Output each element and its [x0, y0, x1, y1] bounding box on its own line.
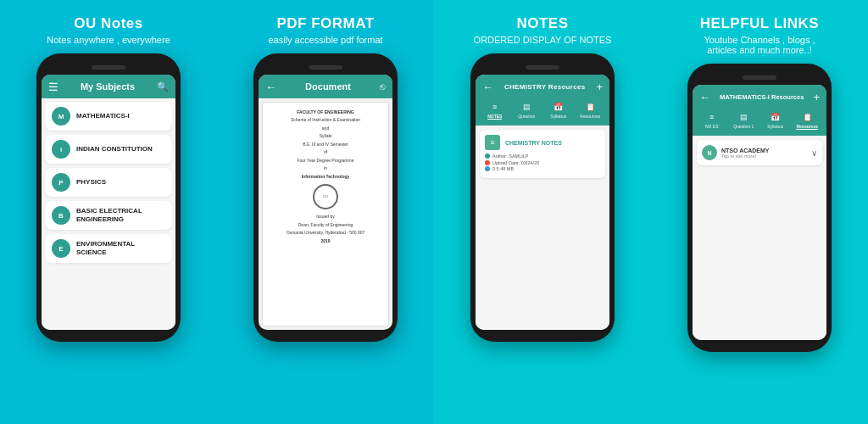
- screen2-title: Document: [305, 81, 351, 92]
- tab-resources4-label: Resources: [796, 124, 818, 130]
- col4-sub-title: Youtube Channels , blogs , articles and …: [700, 35, 819, 55]
- size-dot: [485, 166, 490, 171]
- tab-resources[interactable]: 📋 Resources: [575, 98, 607, 122]
- screen1-topbar: ☰ My Subjects 🔍: [42, 75, 175, 98]
- doc-line: B.E. III and IV Semester: [303, 142, 348, 148]
- notes-card-header: ≡ CHEMISTRY NOTES: [485, 135, 600, 150]
- syllabus-tab-icon: 📅: [553, 101, 565, 113]
- tab-syllabus4-label: Syllabus: [767, 124, 783, 129]
- notes4-tab-icon: ≡: [706, 111, 718, 123]
- subject-name-5: ENVIRONMENTAL SCIENCE: [76, 240, 165, 256]
- tab-question4[interactable]: ▤ Question 1: [728, 109, 760, 132]
- doc-line: Osmania University, Hyderabad - 500 007: [287, 230, 365, 236]
- subject-name-3: PHYSICS: [76, 178, 106, 187]
- list-item[interactable]: M MATHEMATICS-I: [45, 102, 172, 131]
- author-dot: [485, 153, 490, 159]
- tab-question-label: Question: [518, 114, 535, 119]
- doc-line: FACULTY OF ENGINEERING: [297, 109, 353, 115]
- col4-panel: HELPFUL LINKS Youtube Channels , blogs ,…: [651, 0, 868, 424]
- back-arrow-icon[interactable]: ←: [265, 81, 276, 93]
- col1-panel: OU Notes Notes anywhere , everywhere ☰ M…: [0, 0, 217, 424]
- list-item[interactable]: i INDIAN CONSTITUTION: [45, 135, 172, 164]
- doc-line: Issued by: [316, 214, 334, 220]
- math-resource-card[interactable]: N NTSO ACADEMY Tap to see more! ∨: [697, 140, 822, 165]
- tab-notes4-label: NO ES: [705, 124, 719, 129]
- math-content: N NTSO ACADEMY Tap to see more! ∨: [693, 136, 826, 340]
- doc-seal-icon: OU: [313, 184, 338, 209]
- tab-notes4[interactable]: ≡ NO ES: [696, 109, 728, 132]
- resources4-tab-icon: 📋: [801, 111, 813, 123]
- col1-sub-title: Notes anywhere , everywhere: [47, 35, 170, 45]
- doc-line: 2019: [320, 238, 330, 244]
- col2-main-title: PDF FORMAT: [268, 15, 382, 32]
- notes-tab-icon: ≡: [489, 101, 501, 113]
- doc-line: Four Year Degree Programme: [298, 158, 354, 164]
- math-card-icon: N: [702, 145, 717, 160]
- doc-line: Dean, Faculty of Engineering: [298, 222, 353, 228]
- subject-icon-4: B: [52, 206, 70, 225]
- list-item[interactable]: P PHYSICS: [45, 168, 172, 197]
- subject-icon-2: i: [52, 140, 70, 159]
- col3-sub-title: ORDERED DISPLAY OF NOTES: [474, 35, 612, 45]
- search-icon[interactable]: 🔍: [157, 81, 169, 92]
- doc-line: in: [324, 165, 327, 171]
- subject-name-4: BASIC ELECTRICALENGINEERING: [76, 207, 142, 223]
- col1-header: OU Notes Notes anywhere , everywhere: [47, 15, 170, 45]
- phone4: ← MATHEMATICS-I Resources + ≡ NO ES ▤ Qu…: [687, 64, 832, 352]
- phone1-speaker: [92, 65, 125, 70]
- hamburger-icon[interactable]: ☰: [48, 81, 58, 93]
- col1-main-title: OU Notes: [47, 15, 170, 32]
- subject-name-2: INDIAN CONSTITUTION: [76, 145, 153, 153]
- syllabus4-tab-icon: 📅: [770, 111, 782, 123]
- screen4-topbar: ← MATHEMATICS-I Resources +: [693, 85, 826, 109]
- tab-question[interactable]: ▤ Question: [511, 98, 543, 122]
- doc-line: Scheme of Instruction & Examination: [291, 117, 360, 123]
- question4-tab-icon: ▤: [737, 111, 749, 123]
- phone3: ← CHEMISTRY Resources + ≡ NOTES ▤ Questi…: [470, 53, 615, 342]
- phone3-screen: ← CHEMISTRY Resources + ≡ NOTES ▤ Questi…: [476, 75, 609, 330]
- col2-panel: PDF FORMAT easily accessible pdf format …: [217, 0, 434, 424]
- subject-name-1: MATHEMATICS-I: [76, 112, 130, 120]
- tab-resources-label: Resources: [580, 114, 600, 119]
- doc-line: Information Technology: [302, 174, 350, 180]
- tab-syllabus4[interactable]: 📅 Syllabus: [760, 109, 792, 132]
- phone1: ☰ My Subjects 🔍 M MATHEMATICS-I i INDIAN…: [36, 53, 181, 342]
- phone4-speaker: [743, 75, 776, 80]
- phone2: ← Document ⎋ FACULTY OF ENGINEERING Sche…: [253, 53, 398, 342]
- notes-author: Author: SAMLILP: [485, 153, 600, 159]
- tab-syllabus[interactable]: 📅 Syllabus: [542, 98, 575, 122]
- list-item[interactable]: B BASIC ELECTRICALENGINEERING: [45, 201, 172, 230]
- notes-card[interactable]: ≡ CHEMISTRY NOTES Author: SAMLILP Upload…: [480, 130, 605, 178]
- screen3-topbar: ← CHEMISTRY Resources +: [476, 75, 609, 98]
- subject-list: M MATHEMATICS-I i INDIAN CONSTITUTION P …: [42, 98, 175, 330]
- phone3-speaker: [526, 65, 559, 70]
- notes-upload: Upload Date: 03/24/20: [485, 160, 600, 165]
- tab-syllabus-label: Syllabus: [550, 114, 566, 119]
- notes-content: ≡ CHEMISTRY NOTES Author: SAMLILP Upload…: [476, 126, 609, 330]
- tab-resources4[interactable]: 📋 Resources: [792, 109, 824, 132]
- tab-notes-label: NOTES: [487, 114, 502, 120]
- upload-dot: [485, 160, 490, 165]
- col2-sub-title: easily accessible pdf format: [268, 35, 382, 45]
- tab-notes[interactable]: ≡ NOTES: [479, 98, 511, 122]
- chevron-down-icon[interactable]: ∨: [811, 148, 817, 158]
- tabs-row4: ≡ NO ES ▤ Question 1 📅 Syllabus 📋 Resour…: [693, 109, 826, 136]
- subject-icon-3: P: [52, 173, 70, 192]
- math-card-left: N NTSO ACADEMY Tap to see more!: [702, 145, 770, 160]
- question-tab-icon: ▤: [520, 101, 532, 113]
- list-item[interactable]: E ENVIRONMENTAL SCIENCE: [45, 234, 172, 263]
- plus-icon[interactable]: +: [596, 81, 603, 93]
- share-icon[interactable]: ⎋: [380, 81, 386, 92]
- phone2-screen: ← Document ⎋ FACULTY OF ENGINEERING Sche…: [259, 75, 392, 330]
- doc-line: and: [322, 126, 329, 131]
- plus-icon[interactable]: +: [813, 91, 820, 103]
- phone4-screen: ← MATHEMATICS-I Resources + ≡ NO ES ▤ Qu…: [693, 85, 826, 340]
- screen4-title: MATHEMATICS-I Resources: [720, 93, 804, 101]
- back-arrow-icon[interactable]: ←: [699, 91, 710, 103]
- notes-card-icon: ≡: [485, 135, 500, 150]
- doc-line: Syllabi: [320, 133, 332, 139]
- phone1-screen: ☰ My Subjects 🔍 M MATHEMATICS-I i INDIAN…: [42, 75, 175, 330]
- back-arrow-icon[interactable]: ←: [482, 81, 493, 93]
- col3-main-title: NOTES: [474, 15, 612, 32]
- col3-panel: NOTES ORDERED DISPLAY OF NOTES ← CHEMIST…: [434, 0, 651, 424]
